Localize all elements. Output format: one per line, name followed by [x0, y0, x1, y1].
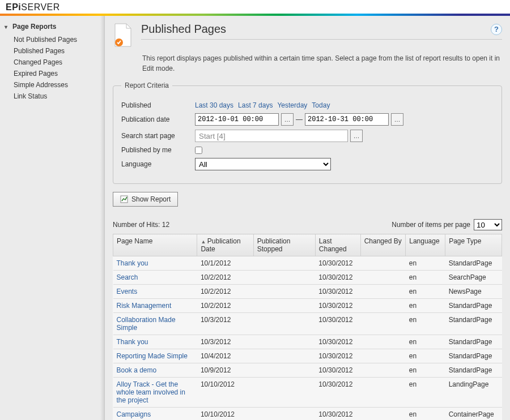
cell-lastchg: 10/30/2012: [315, 335, 360, 349]
items-per-page-select[interactable]: 10: [474, 219, 502, 230]
cell-pubstop: [253, 408, 315, 421]
date-from-picker-icon[interactable]: …: [281, 113, 294, 126]
cell-pubdate: 10/10/2012: [197, 408, 253, 421]
table-row: Alloy Track - Get the whole team involve…: [113, 378, 502, 408]
quick-link-today[interactable]: Today: [312, 101, 330, 109]
start-page-browse-icon[interactable]: …: [350, 130, 363, 142]
cell-lang: en: [406, 349, 445, 363]
cell-type: LandingPage: [445, 378, 502, 408]
table-row: Collaboration Made Simple10/3/201210/30/…: [113, 313, 502, 335]
table-row: Thank you10/3/201210/30/2012enStandardPa…: [113, 335, 502, 349]
cell-type: StandardPage: [445, 299, 502, 313]
date-separator: —: [296, 115, 303, 123]
main-content: Published Pages ? This report displays p…: [105, 16, 510, 420]
cell-pubdate: 10/3/2012: [197, 335, 253, 349]
language-select[interactable]: All: [195, 158, 331, 170]
quick-link-last-30-days[interactable]: Last 30 days: [195, 101, 233, 109]
table-row: Search10/2/201210/30/2012enSearchPage: [113, 271, 502, 285]
table-row: Thank you10/1/201210/30/2012enStandardPa…: [113, 256, 502, 271]
items-per-page: Number of items per page 10: [392, 219, 502, 230]
cell-pubdate: 10/2/2012: [197, 285, 253, 299]
sidebar-group-page-reports[interactable]: Page Reports: [5, 23, 100, 31]
help-icon[interactable]: ?: [491, 24, 502, 35]
sidebar-item-expired-pages[interactable]: Expired Pages: [5, 68, 100, 79]
col-language[interactable]: Language: [406, 234, 445, 256]
page-link[interactable]: Thank you: [117, 338, 148, 346]
sidebar-item-simple-addresses[interactable]: Simple Addresses: [5, 79, 100, 91]
cell-type: StandardPage: [445, 335, 502, 349]
table-row: Events10/2/201210/30/2012enNewsPage: [113, 285, 502, 299]
date-from-input[interactable]: [195, 113, 279, 126]
date-to-picker-icon[interactable]: …: [391, 113, 403, 126]
published-quick-links: Last 30 daysLast 7 daysYesterdayToday: [195, 101, 494, 109]
cell-type: NewsPage: [445, 285, 502, 299]
cell-chgby: [360, 256, 406, 271]
report-icon: [120, 195, 128, 203]
cell-lang: en: [406, 285, 445, 299]
cell-lastchg: 10/30/2012: [315, 378, 360, 408]
page-link[interactable]: Search: [117, 273, 138, 281]
col-changed-by[interactable]: Changed By: [360, 234, 406, 256]
table-row: Campaigns10/10/201210/30/2012enContainer…: [113, 408, 502, 421]
cell-pubstop: [253, 299, 315, 313]
page-link[interactable]: Events: [117, 288, 138, 295]
page-link[interactable]: Campaigns: [117, 410, 151, 418]
cell-lang: en: [406, 335, 445, 349]
page-link[interactable]: Risk Management: [117, 302, 172, 310]
cell-pubdate: 10/4/2012: [197, 349, 253, 363]
page-link[interactable]: Reporting Made Simple: [117, 352, 188, 360]
cell-pubdate: 10/2/2012: [197, 299, 253, 313]
cell-pubstop: [253, 335, 315, 349]
col-publication-date[interactable]: Publication Date: [197, 234, 253, 256]
cell-lastchg: 10/30/2012: [315, 349, 360, 363]
table-row: Book a demo10/9/201210/30/2012enStandard…: [113, 363, 502, 378]
cell-pubdate: 10/2/2012: [197, 271, 253, 285]
cell-lastchg: 10/30/2012: [315, 285, 360, 299]
cell-lastchg: 10/30/2012: [315, 299, 360, 313]
page-description: This report displays pages published wit…: [142, 53, 502, 74]
date-to-input[interactable]: [305, 113, 389, 126]
table-row: Reporting Made Simple10/4/201210/30/2012…: [113, 349, 502, 363]
col-publication-stopped[interactable]: Publication Stopped: [253, 234, 315, 256]
sidebar-item-link-status[interactable]: Link Status: [5, 91, 100, 102]
cell-type: StandardPage: [445, 349, 502, 363]
sidebar-item-changed-pages[interactable]: Changed Pages: [5, 57, 100, 68]
page-link[interactable]: Thank you: [117, 259, 148, 267]
cell-pubstop: [253, 271, 315, 285]
cell-pubdate: 10/9/2012: [197, 363, 253, 378]
quick-link-yesterday[interactable]: Yesterday: [277, 101, 307, 109]
show-report-button[interactable]: Show Report: [113, 192, 178, 207]
cell-pubstop: [253, 313, 315, 335]
cell-chgby: [360, 363, 406, 378]
sidebar-item-published-pages[interactable]: Published Pages: [5, 45, 100, 57]
cell-chgby: [360, 408, 406, 421]
cell-chgby: [360, 285, 406, 299]
cell-lang: en: [406, 378, 445, 408]
cell-lastchg: 10/30/2012: [315, 271, 360, 285]
quick-link-last-7-days[interactable]: Last 7 days: [238, 101, 273, 109]
start-page-input[interactable]: [195, 130, 348, 142]
page-link[interactable]: Collaboration Made Simple: [117, 316, 176, 332]
cell-lang: en: [406, 271, 445, 285]
cell-chgby: [360, 271, 406, 285]
col-last-changed[interactable]: Last Changed: [315, 234, 360, 256]
cell-type: StandardPage: [445, 363, 502, 378]
col-page-name[interactable]: Page Name: [113, 234, 197, 256]
document-icon: [113, 23, 133, 48]
cell-pubstop: [253, 285, 315, 299]
cell-lang: en: [406, 299, 445, 313]
publication-date-label: Publication date: [121, 115, 195, 123]
page-link[interactable]: Alloy Track - Get the whole team involve…: [117, 380, 185, 404]
sidebar-item-not-published-pages[interactable]: Not Published Pages: [5, 34, 100, 45]
cell-chgby: [360, 313, 406, 335]
page-link[interactable]: Book a demo: [117, 366, 157, 374]
published-by-me-checkbox[interactable]: [195, 147, 202, 154]
criteria-legend: Report Criteria: [121, 82, 172, 89]
col-page-type[interactable]: Page Type: [445, 234, 502, 256]
topbar: EPiSERVER: [0, 0, 510, 16]
cell-pubstop: [253, 349, 315, 363]
cell-pubdate: 10/1/2012: [197, 256, 253, 271]
cell-type: StandardPage: [445, 256, 502, 271]
cell-lang: en: [406, 408, 445, 421]
cell-pubstop: [253, 363, 315, 378]
